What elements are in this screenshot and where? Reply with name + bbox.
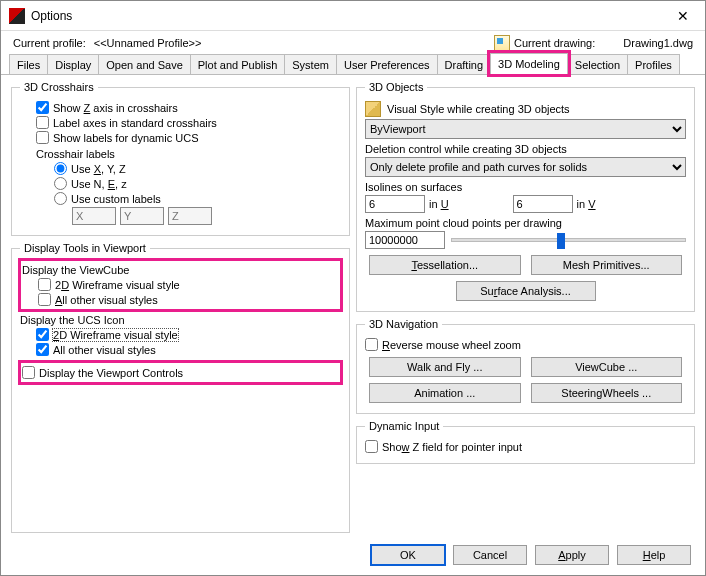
chk-vc-all-other[interactable] [38,293,51,306]
combo-deletion-control[interactable]: Only delete profile and path curves for … [365,157,686,177]
input-custom-x[interactable] [72,207,116,225]
lbl-ucs-all-other: All other visual styles [53,344,156,356]
current-profile-value: <<Unnamed Profile>> [94,37,202,49]
rad-use-nez[interactable] [54,177,67,190]
tab-open-save[interactable]: Open and Save [98,54,190,74]
tab-display[interactable]: Display [47,54,99,74]
btn-steeringwheels[interactable]: SteeringWheels ... [531,383,683,403]
rad-use-xyz[interactable] [54,162,67,175]
input-custom-z[interactable] [168,207,212,225]
lbl-isolines: Isolines on surfaces [365,181,686,193]
rad-use-custom[interactable] [54,192,67,205]
legend-3d-objects: 3D Objects [365,81,427,93]
input-pointcloud[interactable] [365,231,445,249]
tab-plot-publish[interactable]: Plot and Publish [190,54,286,74]
chk-ucs-2d-wireframe[interactable] [36,328,49,341]
chk-reverse-wheel[interactable] [365,338,378,351]
current-drawing-value: Drawing1.dwg [623,37,693,49]
chk-display-viewport-controls[interactable] [22,366,35,379]
lbl-display-ucs-icon: Display the UCS Icon [20,314,341,326]
lbl-vc-all-other: All other visual styles [55,294,158,306]
tab-strip: Files Display Open and Save Plot and Pub… [1,53,705,75]
lbl-display-viewport-controls: Display the Viewport Controls [39,367,183,379]
lbl-use-nez: Use N, E, z [71,178,127,190]
legend-dynamic-input: Dynamic Input [365,420,443,432]
tab-user-pref[interactable]: User Preferences [336,54,438,74]
slider-pointcloud[interactable] [451,238,686,242]
lbl-display-viewcube: Display the ViewCube [22,264,339,276]
group-3d-crosshairs: 3D Crosshairs Show Z axis in crosshairs … [11,81,350,236]
btn-cancel[interactable]: Cancel [453,545,527,565]
tab-profiles[interactable]: Profiles [627,54,680,74]
lbl-iso-v: in V [577,198,596,210]
lbl-visual-style: Visual Style while creating 3D objects [387,103,570,115]
btn-tessellation[interactable]: Tessellation... [369,255,521,275]
lbl-show-labels-ucs: Show labels for dynamic UCS [53,132,199,144]
tab-3d-modeling[interactable]: 3D Modeling [490,53,568,74]
current-profile-label: Current profile: [13,37,86,49]
btn-surface-analysis[interactable]: Surface Analysis... [456,281,596,301]
tab-drafting[interactable]: Drafting [437,54,492,74]
tab-system[interactable]: System [284,54,337,74]
btn-help[interactable]: Help [617,545,691,565]
lbl-reverse-wheel: Reverse mouse wheel zoom [382,339,521,351]
legend-3d-navigation: 3D Navigation [365,318,442,330]
window-title: Options [31,9,669,23]
chk-show-labels-ucs[interactable] [36,131,49,144]
legend-3d-crosshairs: 3D Crosshairs [20,81,98,93]
combo-visual-style[interactable]: ByViewport [365,119,686,139]
input-iso-v[interactable] [513,195,573,213]
app-icon [9,8,25,24]
profile-row: Current profile: <<Unnamed Profile>> Cur… [1,31,705,53]
chk-label-axes[interactable] [36,116,49,129]
close-button[interactable]: ✕ [669,4,697,28]
dialog-footer: OK Cancel Apply Help [1,537,705,575]
chk-show-z-axis[interactable] [36,101,49,114]
lbl-show-z-axis: Show Z axis in crosshairs [53,102,178,114]
highlight-viewcube: Display the ViewCube 2D Wireframe visual… [20,260,341,310]
btn-walk-fly[interactable]: Walk and Fly ... [369,357,521,377]
lbl-pointcloud: Maximum point cloud points per drawing [365,217,686,229]
current-drawing-label: Current drawing: [514,37,595,49]
cube-icon [365,101,381,117]
group-3d-objects: 3D Objects Visual Style while creating 3… [356,81,695,312]
lbl-use-custom: Use custom labels [71,193,161,205]
chk-ucs-all-other[interactable] [36,343,49,356]
btn-mesh-primitives[interactable]: Mesh Primitives... [531,255,683,275]
input-custom-y[interactable] [120,207,164,225]
lbl-show-z-field: Show Z field for pointer input [382,441,522,453]
lbl-use-xyz: Use X, Y, Z [71,163,126,175]
lbl-deletion-control: Deletion control while creating 3D objec… [365,143,686,155]
btn-viewcube[interactable]: ViewCube ... [531,357,683,377]
lbl-iso-u: in U [429,198,449,210]
btn-apply[interactable]: Apply [535,545,609,565]
legend-display-tools: Display Tools in Viewport [20,242,150,254]
group-display-tools: Display Tools in Viewport Display the Vi… [11,242,350,533]
input-iso-u[interactable] [365,195,425,213]
group-dynamic-input: Dynamic Input Show Z field for pointer i… [356,420,695,464]
chk-show-z-field[interactable] [365,440,378,453]
btn-animation[interactable]: Animation ... [369,383,521,403]
drawing-icon [494,35,510,51]
lbl-label-axes: Label axes in standard crosshairs [53,117,217,129]
tab-files[interactable]: Files [9,54,48,74]
lbl-vc-2d-wireframe: 2D Wireframe visual style [55,279,180,291]
lbl-ucs-2d-wireframe: 2D Wireframe visual style [53,329,178,341]
titlebar: Options ✕ [1,1,705,31]
btn-ok[interactable]: OK [371,545,445,565]
group-3d-navigation: 3D Navigation Reverse mouse wheel zoom W… [356,318,695,414]
chk-vc-2d-wireframe[interactable] [38,278,51,291]
tab-selection[interactable]: Selection [567,54,628,74]
lbl-crosshair-labels: Crosshair labels [20,148,341,160]
